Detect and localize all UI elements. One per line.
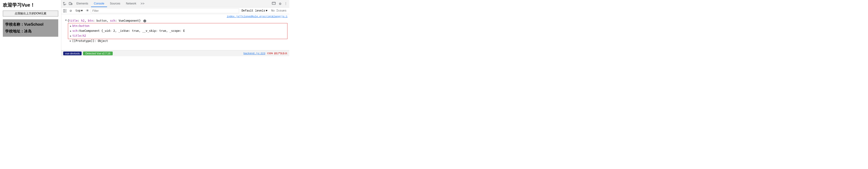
eye-icon[interactable]: 👁 — [85, 8, 90, 13]
settings-icon[interactable]: ⚙ — [278, 0, 283, 7]
svg-rect-1 — [63, 3, 64, 3]
svg-rect-3 — [64, 2, 64, 3]
console-sidebar-icon[interactable] — [63, 8, 67, 13]
prototype-text: [[Prototype]]: Object — [72, 39, 108, 43]
vue-app-panel: 欢迎学习Vue！ 点我输出上方的DOM元素 学校名称：VueSchool 学校地… — [0, 0, 61, 56]
school-info-block: 学校名称：VueSchool 学校地址：冰岛 — [3, 19, 58, 37]
levels-chevron: ▼ — [266, 9, 268, 12]
school-name-row: 学校名称：VueSchool — [5, 21, 56, 28]
no-issues-label: No Issues — [270, 9, 288, 12]
context-value: top — [75, 9, 81, 12]
vue-devtools-badge[interactable]: vue-devtools — [63, 52, 82, 55]
svg-rect-2 — [63, 3, 64, 4]
sch-expand-icon[interactable]: ▶ — [70, 29, 71, 33]
app-title: 欢迎学习Vue！ — [3, 2, 58, 8]
expand-icon[interactable]: ▶ — [64, 20, 68, 21]
backend-link[interactable]: backend.js:223 — [244, 52, 265, 55]
source-link-row: index.js??clonedRule…e=script&lang=js:1 — [61, 14, 289, 19]
object-summary-text: {title: h2, btn: button, sch: VueCompone… — [67, 19, 146, 23]
outlined-properties-box: ▶ btn : button ▶ sch : VueComponent {_ui… — [68, 23, 287, 39]
school-name-value: VueSchool — [24, 22, 43, 26]
svg-rect-9 — [272, 2, 275, 4]
sch-property-row: ▶ sch : VueComponent {_uid: 2, _isVue: t… — [68, 29, 287, 33]
svg-rect-8 — [71, 3, 72, 5]
tab-network[interactable]: Network — [123, 0, 139, 7]
devtools-tabs: Elements Console Sources Network >> — [73, 0, 270, 7]
btn-value: button — [79, 24, 89, 28]
console-toolbar: ⊘ top ▼ 👁 Default levels ▼ No Issues — [61, 7, 289, 14]
info-icon[interactable]: i — [143, 20, 146, 22]
title-expand-icon[interactable]: ▶ — [70, 34, 71, 38]
svg-rect-7 — [69, 2, 71, 5]
devtools-toolbar: Elements Console Sources Network >> ⚙ ⋮ — [61, 0, 289, 7]
object-summary-row: ▶ {title: h2, btn: button, sch: VueCompo… — [61, 19, 289, 23]
default-levels-selector[interactable]: Default levels ▼ — [240, 9, 269, 13]
context-selector[interactable]: top ▼ — [74, 9, 84, 13]
bottom-right: backend.js:223 CSDN @生产队队长 — [244, 52, 287, 55]
console-clear-icon[interactable]: ⊘ — [68, 8, 73, 13]
dock-icon[interactable] — [271, 0, 277, 7]
csdn-watermark: CSDN @生产队队长 — [267, 52, 287, 55]
detected-vue-badge: Detected Vue v2.7.16 — [83, 52, 113, 55]
sch-key: sch — [72, 29, 78, 33]
tab-elements[interactable]: Elements — [73, 0, 91, 7]
svg-rect-11 — [63, 9, 65, 12]
sch-value: VueComponent {_uid: 2, _isVue: true, __v… — [79, 29, 185, 33]
console-bottom-bar: vue-devtools Detected Vue v2.7.16 backen… — [61, 50, 289, 56]
dom-output-button[interactable]: 点我输出上方的DOM元素 — [3, 10, 58, 16]
btn-key: btn — [72, 24, 78, 28]
more-options-icon[interactable]: ⋮ — [283, 1, 288, 6]
school-addr-value: 冰岛 — [24, 29, 32, 33]
default-levels-label: Default levels — [242, 9, 265, 12]
btn-expand-icon[interactable]: ▶ — [70, 24, 71, 28]
devtools-panel: Elements Console Sources Network >> ⚙ ⋮ — [61, 0, 289, 56]
bottom-left: vue-devtools Detected Vue v2.7.16 — [63, 52, 113, 55]
school-addr-label: 学校地址： — [5, 29, 24, 33]
school-name-label: 学校名称： — [5, 22, 24, 26]
prototype-row: ▶ [[Prototype]]: Object — [61, 39, 289, 43]
proto-expand-icon[interactable]: ▶ — [70, 39, 71, 42]
title-key: title — [72, 34, 81, 38]
filter-input[interactable] — [91, 8, 239, 13]
school-addr-row: 学校地址：冰岛 — [5, 28, 56, 35]
source-link[interactable]: index.js??clonedRule…e=script&lang=js:1 — [227, 15, 287, 18]
device-icon[interactable] — [68, 1, 73, 6]
console-content: index.js??clonedRule…e=script&lang=js:1 … — [61, 14, 289, 50]
inspect-icon[interactable] — [62, 1, 67, 6]
btn-property-row: ▶ btn : button — [68, 24, 287, 29]
context-chevron: ▼ — [81, 9, 83, 12]
tab-sources[interactable]: Sources — [107, 0, 123, 7]
svg-rect-0 — [63, 2, 64, 3]
title-value: h2 — [83, 34, 86, 38]
tab-more[interactable]: >> — [139, 1, 146, 7]
tab-console[interactable]: Console — [91, 0, 107, 7]
title-property-row: ▶ title : h2 — [68, 33, 287, 38]
